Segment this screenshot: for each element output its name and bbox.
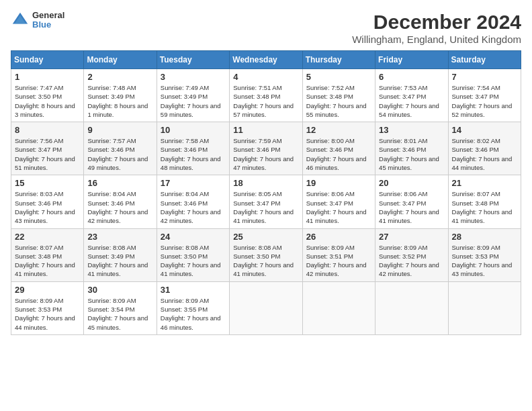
sunrise-label: Sunrise: 8:09 AM	[452, 244, 500, 251]
sunset-label: Sunset: 3:48 PM	[15, 253, 62, 260]
day-info: Sunrise: 8:09 AM Sunset: 3:54 PM Dayligh…	[87, 296, 152, 332]
sunset-label: Sunset: 3:46 PM	[161, 146, 208, 153]
sunrise-label: Sunrise: 7:51 AM	[233, 84, 281, 91]
day-number: 14	[452, 125, 517, 135]
sunset-label: Sunset: 3:47 PM	[452, 93, 499, 100]
day-number: 8	[15, 125, 80, 135]
sunrise-label: Sunrise: 8:04 AM	[87, 190, 136, 197]
daylight-label: Daylight: 7 hours and 52 minutes.	[452, 102, 513, 118]
calendar-cell: 11 Sunrise: 7:59 AM Sunset: 3:46 PM Dayl…	[230, 122, 302, 175]
logo-general: General	[32, 11, 64, 20]
sunrise-label: Sunrise: 7:56 AM	[15, 137, 63, 144]
sunset-label: Sunset: 3:48 PM	[306, 93, 353, 100]
sunrise-label: Sunrise: 8:03 AM	[15, 190, 63, 197]
calendar-cell: 10 Sunrise: 7:58 AM Sunset: 3:46 PM Dayl…	[157, 122, 229, 175]
sunrise-label: Sunrise: 8:09 AM	[15, 297, 63, 304]
sunrise-label: Sunrise: 8:05 AM	[233, 190, 281, 197]
weekday-header-tuesday: Tuesday	[157, 51, 229, 69]
day-info: Sunrise: 8:09 AM Sunset: 3:53 PM Dayligh…	[15, 296, 80, 332]
sunset-label: Sunset: 3:46 PM	[87, 199, 134, 207]
subtitle: Willingham, England, United Kingdom	[352, 34, 521, 45]
daylight-label: Daylight: 7 hours and 41 minutes.	[15, 261, 75, 277]
daylight-label: Daylight: 7 hours and 54 minutes.	[379, 102, 439, 118]
daylight-label: Daylight: 7 hours and 43 minutes.	[452, 261, 513, 277]
day-number: 15	[15, 178, 80, 188]
day-number: 29	[15, 285, 80, 295]
sunrise-label: Sunrise: 7:52 AM	[306, 84, 355, 91]
day-info: Sunrise: 7:51 AM Sunset: 3:48 PM Dayligh…	[233, 83, 298, 119]
day-info: Sunrise: 8:09 AM Sunset: 3:55 PM Dayligh…	[161, 296, 226, 332]
sunset-label: Sunset: 3:46 PM	[379, 146, 426, 153]
day-info: Sunrise: 7:54 AM Sunset: 3:47 PM Dayligh…	[452, 83, 517, 119]
sunset-label: Sunset: 3:46 PM	[306, 146, 353, 153]
day-number: 22	[15, 232, 80, 242]
day-info: Sunrise: 8:03 AM Sunset: 3:46 PM Dayligh…	[15, 189, 80, 225]
day-number: 5	[306, 72, 371, 82]
day-number: 31	[161, 285, 226, 295]
calendar-cell: 29 Sunrise: 8:09 AM Sunset: 3:53 PM Dayl…	[11, 281, 84, 334]
calendar-week-4: 22 Sunrise: 8:07 AM Sunset: 3:48 PM Dayl…	[11, 228, 521, 281]
calendar-cell: 20 Sunrise: 8:06 AM Sunset: 3:47 PM Dayl…	[375, 175, 448, 228]
day-number: 21	[452, 178, 517, 188]
calendar-cell: 27 Sunrise: 8:09 AM Sunset: 3:52 PM Dayl…	[375, 228, 448, 281]
day-number: 11	[233, 125, 298, 135]
day-info: Sunrise: 8:02 AM Sunset: 3:46 PM Dayligh…	[452, 136, 517, 172]
daylight-label: Daylight: 7 hours and 43 minutes.	[15, 208, 75, 224]
day-number: 30	[87, 285, 152, 295]
sunset-label: Sunset: 3:51 PM	[306, 253, 353, 260]
sunset-label: Sunset: 3:50 PM	[15, 93, 62, 100]
sunset-label: Sunset: 3:47 PM	[233, 199, 280, 207]
sunrise-label: Sunrise: 7:54 AM	[452, 84, 500, 91]
day-number: 17	[161, 178, 226, 188]
calendar-body: 1 Sunrise: 7:47 AM Sunset: 3:50 PM Dayli…	[11, 69, 521, 335]
daylight-label: Daylight: 7 hours and 41 minutes.	[87, 261, 148, 277]
daylight-label: Daylight: 7 hours and 55 minutes.	[306, 102, 367, 118]
calendar-cell: 31 Sunrise: 8:09 AM Sunset: 3:55 PM Dayl…	[157, 281, 229, 334]
sunrise-label: Sunrise: 8:09 AM	[379, 244, 427, 251]
daylight-label: Daylight: 7 hours and 41 minutes.	[379, 208, 439, 224]
calendar-cell: 5 Sunrise: 7:52 AM Sunset: 3:48 PM Dayli…	[302, 69, 375, 122]
day-info: Sunrise: 7:58 AM Sunset: 3:46 PM Dayligh…	[161, 136, 226, 172]
sunrise-label: Sunrise: 7:47 AM	[15, 84, 63, 91]
day-number: 26	[306, 232, 371, 242]
day-info: Sunrise: 8:07 AM Sunset: 3:48 PM Dayligh…	[452, 189, 517, 225]
sunrise-label: Sunrise: 7:53 AM	[379, 84, 427, 91]
day-info: Sunrise: 8:08 AM Sunset: 3:50 PM Dayligh…	[233, 243, 298, 279]
day-info: Sunrise: 8:07 AM Sunset: 3:48 PM Dayligh…	[15, 243, 80, 279]
daylight-label: Daylight: 8 hours and 1 minute.	[87, 102, 148, 118]
day-info: Sunrise: 7:48 AM Sunset: 3:49 PM Dayligh…	[87, 83, 152, 119]
daylight-label: Daylight: 7 hours and 44 minutes.	[452, 155, 513, 171]
calendar-cell	[375, 281, 448, 334]
sunrise-label: Sunrise: 7:57 AM	[87, 137, 136, 144]
logo: General Blue	[11, 11, 64, 30]
sunset-label: Sunset: 3:54 PM	[87, 306, 134, 313]
calendar-cell: 6 Sunrise: 7:53 AM Sunset: 3:47 PM Dayli…	[375, 69, 448, 122]
calendar-header: SundayMondayTuesdayWednesdayThursdayFrid…	[11, 51, 521, 69]
sunrise-label: Sunrise: 8:07 AM	[452, 190, 500, 197]
day-number: 24	[161, 232, 226, 242]
sunset-label: Sunset: 3:55 PM	[161, 306, 208, 313]
daylight-label: Daylight: 8 hours and 3 minutes.	[15, 102, 75, 118]
calendar-cell: 18 Sunrise: 8:05 AM Sunset: 3:47 PM Dayl…	[230, 175, 302, 228]
sunset-label: Sunset: 3:47 PM	[379, 93, 426, 100]
sunrise-label: Sunrise: 8:00 AM	[306, 137, 355, 144]
calendar-cell	[230, 281, 302, 334]
daylight-label: Daylight: 7 hours and 48 minutes.	[161, 155, 221, 171]
day-info: Sunrise: 8:06 AM Sunset: 3:47 PM Dayligh…	[379, 189, 444, 225]
daylight-label: Daylight: 7 hours and 47 minutes.	[233, 155, 294, 171]
sunrise-label: Sunrise: 8:06 AM	[306, 190, 355, 197]
daylight-label: Daylight: 7 hours and 59 minutes.	[161, 102, 221, 118]
calendar-cell	[448, 281, 521, 334]
day-info: Sunrise: 7:59 AM Sunset: 3:46 PM Dayligh…	[233, 136, 298, 172]
day-info: Sunrise: 7:53 AM Sunset: 3:47 PM Dayligh…	[379, 83, 444, 119]
sunset-label: Sunset: 3:53 PM	[15, 306, 62, 313]
calendar-cell: 15 Sunrise: 8:03 AM Sunset: 3:46 PM Dayl…	[11, 175, 84, 228]
calendar-cell: 8 Sunrise: 7:56 AM Sunset: 3:47 PM Dayli…	[11, 122, 84, 175]
day-info: Sunrise: 7:49 AM Sunset: 3:49 PM Dayligh…	[161, 83, 226, 119]
day-number: 20	[379, 178, 444, 188]
daylight-label: Daylight: 7 hours and 49 minutes.	[87, 155, 148, 171]
sunset-label: Sunset: 3:46 PM	[15, 199, 62, 207]
day-info: Sunrise: 8:06 AM Sunset: 3:47 PM Dayligh…	[306, 189, 371, 225]
daylight-label: Daylight: 7 hours and 51 minutes.	[15, 155, 75, 171]
sunset-label: Sunset: 3:52 PM	[379, 253, 426, 260]
